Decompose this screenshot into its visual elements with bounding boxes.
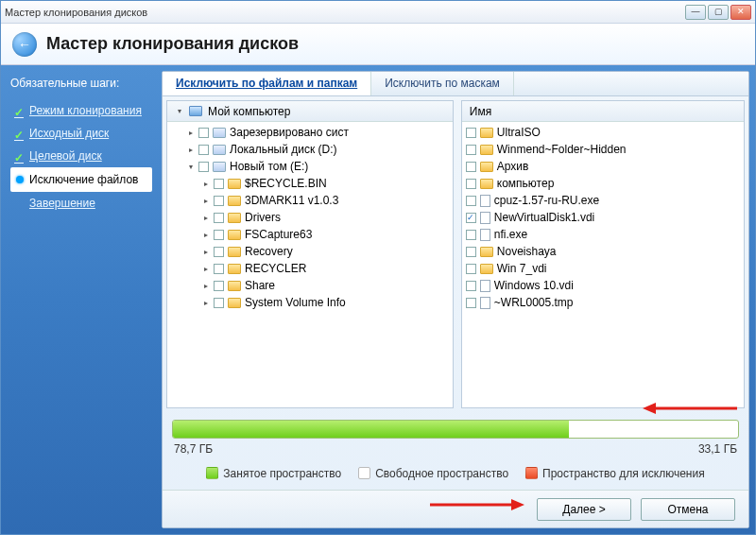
sidebar-step-1[interactable]: ✓Исходный диск <box>10 122 152 145</box>
expander-icon[interactable]: ▸ <box>201 197 210 205</box>
list-body[interactable]: UltraISOWinmend~Folder~HiddenАрхивкомпью… <box>462 122 744 407</box>
checkbox[interactable] <box>214 264 224 274</box>
expander-icon[interactable]: ▸ <box>201 248 210 256</box>
list-row[interactable]: Архив <box>462 158 744 175</box>
expander-icon[interactable]: ▸ <box>186 146 195 154</box>
tree-row[interactable]: ▸$RECYCLE.BIN <box>167 175 453 192</box>
checkbox[interactable] <box>214 213 224 223</box>
checkbox[interactable] <box>466 281 476 291</box>
sidebar-step-label: Режим клонирования <box>29 104 142 117</box>
tab-exclude-masks[interactable]: Исключить по маскам <box>371 72 514 95</box>
close-button[interactable]: ✕ <box>730 5 751 20</box>
legend-excl-label: Пространство для исключения <box>542 467 705 480</box>
folder-icon <box>228 196 241 206</box>
sidebar-step-0[interactable]: ✓Режим клонирования <box>10 99 152 122</box>
tree-row[interactable]: ▸3DMARK11 v1.0.3 <box>167 192 453 209</box>
legend-used-swatch <box>206 467 218 479</box>
checkbox[interactable] <box>466 196 476 206</box>
checkbox[interactable] <box>466 264 476 274</box>
checkbox[interactable] <box>466 162 476 172</box>
expander-icon[interactable]: ▾ <box>186 163 195 171</box>
checkbox[interactable] <box>214 247 224 257</box>
checkbox[interactable] <box>214 196 224 206</box>
drive-icon <box>213 162 226 172</box>
tree-row[interactable]: ▸Локальный диск (D:) <box>167 141 453 158</box>
tree-row[interactable]: ▸RECYCLER <box>167 260 453 277</box>
tree-pane: ▾ Мой компьютер ▸Зарезервировано сист▸Ло… <box>166 100 454 408</box>
checkbox[interactable] <box>466 247 476 257</box>
checkbox[interactable] <box>466 179 476 189</box>
checkbox[interactable] <box>198 162 209 172</box>
list-header[interactable]: Имя <box>462 101 744 122</box>
tree-row[interactable]: ▸Recovery <box>167 243 453 260</box>
minimize-button[interactable]: — <box>685 5 706 20</box>
tree-row[interactable]: ▸FSCapture63 <box>167 226 453 243</box>
wizard-window: Мастер клонирования дисков — ▢ ✕ ← Масте… <box>0 0 756 535</box>
file-icon <box>480 280 490 292</box>
checkbox[interactable] <box>198 145 209 155</box>
sidebar-step-label: Исключение файлов <box>29 173 138 186</box>
list-label: Winmend~Folder~Hidden <box>497 143 627 156</box>
list-row[interactable]: компьютер <box>462 175 744 192</box>
expander-icon[interactable]: ▸ <box>201 265 210 273</box>
expander-icon[interactable]: ▸ <box>201 180 210 188</box>
list-row[interactable]: Noveishaya <box>462 243 744 260</box>
list-row[interactable]: nfi.exe <box>462 226 744 243</box>
checkbox[interactable] <box>466 145 476 155</box>
list-pane: Имя UltraISOWinmend~Folder~HiddenАрхивко… <box>461 100 745 408</box>
checkbox[interactable] <box>466 128 476 138</box>
maximize-button[interactable]: ▢ <box>708 5 729 20</box>
checkbox[interactable] <box>214 298 224 308</box>
list-row[interactable]: ~WRL0005.tmp <box>462 294 744 311</box>
tree-body[interactable]: ▸Зарезервировано сист▸Локальный диск (D:… <box>167 122 453 407</box>
tree-row[interactable]: ▸Зарезервировано сист <box>167 124 453 141</box>
tree-label: Share <box>245 279 275 292</box>
check-icon: ✓ <box>14 129 24 138</box>
list-row[interactable]: cpuz-1.57-ru-RU.exe <box>462 192 744 209</box>
sidebar-step-4[interactable]: Завершение <box>10 192 152 215</box>
cancel-button[interactable]: Отмена <box>641 498 735 521</box>
back-button[interactable]: ← <box>12 32 37 57</box>
checkbox[interactable] <box>198 128 209 138</box>
sidebar-step-label: Целевой диск <box>29 149 102 163</box>
file-icon <box>480 212 490 224</box>
folder-icon <box>228 179 241 189</box>
list-row[interactable]: Windows 10.vdi <box>462 277 744 294</box>
sidebar-step-2[interactable]: ✓Целевой диск <box>10 145 152 167</box>
tree-row[interactable]: ▸Drivers <box>167 209 453 226</box>
checkbox[interactable] <box>466 230 476 240</box>
list-row[interactable]: Winmend~Folder~Hidden <box>462 141 744 158</box>
folder-icon <box>228 247 241 257</box>
checkbox[interactable] <box>214 230 224 240</box>
tab-exclude-files[interactable]: Исключить по файлам и папкам <box>163 72 371 95</box>
list-label: Win 7_vdi <box>497 262 547 275</box>
list-label: Windows 10.vdi <box>494 279 574 292</box>
list-row[interactable]: ✓NewVirtualDisk1.vdi <box>462 209 744 226</box>
expander-icon[interactable]: ▸ <box>201 214 210 222</box>
expander-icon[interactable]: ▾ <box>175 107 183 115</box>
tree-label: Зарезервировано сист <box>230 126 349 139</box>
checkbox[interactable] <box>214 281 224 291</box>
tree-row[interactable]: ▾Новый том (E:) <box>167 158 453 175</box>
expander-icon[interactable]: ▸ <box>201 231 210 239</box>
titlebar: Мастер клонирования дисков — ▢ ✕ <box>1 1 755 24</box>
legend-free-label: Свободное пространство <box>375 467 508 480</box>
tree-label: Drivers <box>245 211 281 224</box>
expander-icon[interactable]: ▸ <box>201 282 210 290</box>
folder-icon <box>480 247 493 257</box>
dot-icon <box>16 176 24 183</box>
expander-icon[interactable]: ▸ <box>186 129 195 137</box>
list-label: NewVirtualDisk1.vdi <box>494 211 594 224</box>
expander-icon[interactable]: ▸ <box>201 299 210 307</box>
tree-row[interactable]: ▸Share <box>167 277 453 294</box>
tree-row[interactable]: ▸System Volume Info <box>167 294 453 311</box>
folder-icon <box>228 281 241 291</box>
file-icon <box>480 229 490 241</box>
folder-icon <box>228 213 241 223</box>
next-button[interactable]: Далее > <box>537 498 631 521</box>
checkbox[interactable]: ✓ <box>466 213 476 223</box>
checkbox[interactable] <box>214 179 224 189</box>
checkbox[interactable] <box>466 298 476 308</box>
list-row[interactable]: UltraISO <box>462 124 744 141</box>
list-row[interactable]: Win 7_vdi <box>462 260 744 277</box>
